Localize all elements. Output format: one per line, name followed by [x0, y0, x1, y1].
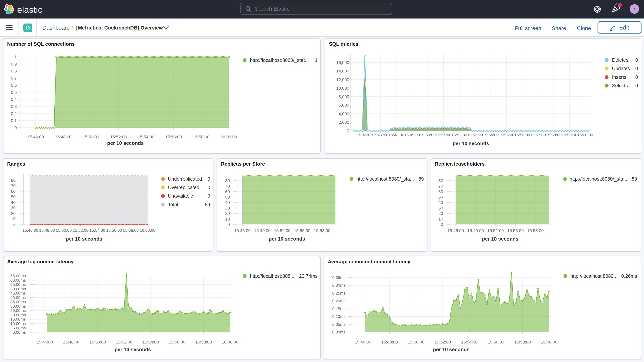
svg-text:Overreplicated: Overreplicated — [168, 185, 199, 190]
svg-text:16:00:00: 16:00:00 — [577, 132, 593, 137]
svg-text:15:52:00: 15:52:00 — [116, 340, 132, 344]
svg-text:0.35ms: 0.35ms — [332, 275, 346, 280]
svg-text:1: 1 — [315, 58, 318, 63]
svg-text:15:55:00: 15:55:00 — [498, 132, 514, 137]
svg-text:15:57:00: 15:57:00 — [530, 132, 546, 137]
svg-text:45.00ms: 45.00ms — [10, 291, 26, 295]
svg-text:10: 10 — [11, 216, 16, 221]
svg-text:0.15ms: 0.15ms — [332, 306, 346, 311]
svg-text:Replicas per Store: Replicas per Store — [221, 161, 265, 167]
svg-text:15:48:00: 15:48:00 — [388, 132, 404, 137]
svg-text:15:50:00: 15:50:00 — [408, 340, 424, 344]
svg-text:60: 60 — [11, 189, 16, 194]
svg-text:16:00:00: 16:00:00 — [140, 228, 156, 232]
svg-text:1: 1 — [14, 54, 17, 59]
svg-text:15:48:00: 15:48:00 — [63, 340, 80, 344]
svg-text:Inserts: Inserts — [612, 74, 626, 80]
svg-text:0: 0 — [14, 125, 17, 130]
svg-text:0.20ms: 0.20ms — [332, 298, 346, 303]
svg-text:6,000: 6,000 — [338, 103, 349, 108]
svg-text:15:52:00: 15:52:00 — [73, 228, 88, 232]
svg-text:50: 50 — [438, 195, 443, 200]
svg-text:15.00ms: 15.00ms — [10, 317, 26, 321]
svg-text:15:49:00: 15:49:00 — [468, 228, 484, 233]
svg-text:89: 89 — [205, 202, 210, 207]
svg-text:15:55:00: 15:55:00 — [507, 228, 524, 233]
svg-text:30: 30 — [438, 206, 443, 210]
svg-text:0.8: 0.8 — [11, 68, 17, 74]
svg-text:15:54:00: 15:54:00 — [142, 340, 159, 344]
svg-text:15:54:00: 15:54:00 — [138, 134, 154, 139]
svg-text:30: 30 — [225, 206, 230, 210]
svg-text:15:56:00: 15:56:00 — [169, 340, 186, 344]
svg-text:15:46:00: 15:46:00 — [36, 340, 53, 344]
svg-text:0.25ms: 0.25ms — [332, 291, 346, 295]
svg-text:http://localhost:8080/_sta...: http://localhost:8080/_sta... — [356, 176, 414, 182]
svg-text:15:50:00: 15:50:00 — [56, 228, 72, 232]
svg-text:40: 40 — [225, 200, 230, 205]
svg-text:0: 0 — [208, 193, 210, 198]
svg-text:15:52:00: 15:52:00 — [452, 132, 467, 137]
svg-text:per 10 seconds: per 10 seconds — [268, 236, 305, 242]
svg-text:80: 80 — [225, 178, 230, 183]
svg-text:30.00ms: 30.00ms — [10, 304, 26, 308]
svg-text:0.3: 0.3 — [11, 104, 17, 109]
svg-text:per 10 seconds: per 10 seconds — [482, 236, 518, 242]
svg-text:Total: Total — [168, 202, 178, 207]
svg-text:16:00:00: 16:00:00 — [222, 340, 238, 344]
svg-text:16:00:00: 16:00:00 — [220, 134, 237, 139]
svg-text:80: 80 — [438, 178, 443, 183]
svg-text:10: 10 — [438, 217, 443, 222]
svg-text:20: 20 — [11, 211, 16, 216]
svg-text:35.00ms: 35.00ms — [10, 300, 26, 304]
svg-text:0.10ms: 0.10ms — [332, 314, 346, 319]
svg-text:55.00ms: 55.00ms — [10, 282, 26, 287]
svg-text:Average command commit latency: Average command commit latency — [328, 259, 410, 264]
svg-text:15:50:00: 15:50:00 — [90, 340, 106, 344]
svg-text:30: 30 — [11, 206, 16, 210]
svg-text:89: 89 — [418, 176, 424, 182]
svg-text:65.00ms: 65.00ms — [10, 274, 26, 278]
svg-text:10.00ms: 10.00ms — [10, 321, 26, 326]
svg-text:0: 0 — [635, 66, 638, 71]
svg-text:Deletes: Deletes — [612, 57, 628, 63]
svg-text:2,000: 2,000 — [338, 120, 349, 125]
svg-text:10,000: 10,000 — [336, 86, 349, 90]
svg-text:15:58:00: 15:58:00 — [514, 340, 531, 344]
svg-text:0.2: 0.2 — [11, 111, 17, 116]
svg-text:89: 89 — [632, 176, 637, 182]
svg-text:22.74ms: 22.74ms — [299, 273, 318, 279]
svg-text:70: 70 — [438, 184, 443, 188]
svg-text:70: 70 — [225, 184, 230, 188]
svg-text:15:51:00: 15:51:00 — [436, 132, 452, 137]
svg-text:20.00ms: 20.00ms — [10, 313, 26, 317]
svg-text:0.1: 0.1 — [11, 118, 17, 123]
svg-text:15:54:00: 15:54:00 — [483, 132, 498, 137]
svg-text:15:47:00: 15:47:00 — [373, 132, 388, 137]
svg-text:15:46:00: 15:46:00 — [354, 340, 371, 344]
svg-text:15:58:00: 15:58:00 — [527, 228, 544, 233]
svg-text:0.7: 0.7 — [11, 76, 17, 80]
svg-text:12,000: 12,000 — [336, 77, 349, 82]
svg-text:15:49:00: 15:49:00 — [254, 228, 271, 233]
svg-text:per 10 seconds: per 10 seconds — [433, 346, 470, 352]
svg-text:40.00ms: 40.00ms — [10, 295, 26, 300]
svg-text:50.00ms: 50.00ms — [10, 287, 26, 291]
svg-text:60: 60 — [438, 189, 443, 194]
svg-text:15:50:00: 15:50:00 — [420, 132, 436, 137]
svg-text:16,000: 16,000 — [336, 60, 349, 65]
svg-text:0: 0 — [228, 222, 230, 227]
svg-text:15:48:00: 15:48:00 — [55, 134, 72, 139]
svg-text:15:58:00: 15:58:00 — [195, 340, 212, 344]
svg-text:15:48:00: 15:48:00 — [381, 340, 398, 344]
svg-text:15:54:00: 15:54:00 — [461, 340, 478, 344]
svg-text:0.5: 0.5 — [11, 90, 17, 95]
svg-text:20: 20 — [225, 211, 230, 216]
svg-text:15:56:00: 15:56:00 — [488, 340, 504, 344]
svg-text:10: 10 — [225, 217, 230, 222]
svg-text:per 10 seconds: per 10 seconds — [66, 236, 102, 242]
svg-text:4,000: 4,000 — [338, 112, 349, 116]
svg-text:25.00ms: 25.00ms — [10, 308, 26, 313]
svg-text:0: 0 — [13, 222, 16, 227]
svg-text:0.4: 0.4 — [11, 97, 17, 102]
